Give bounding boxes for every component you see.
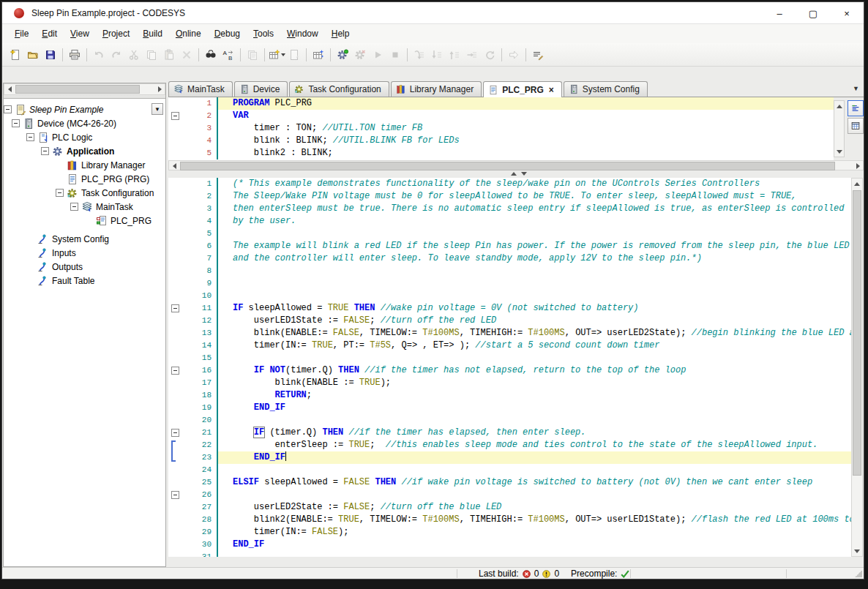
menu-item-help[interactable]: Help <box>325 26 356 42</box>
code-text[interactable]: blink2 : BLINK; <box>218 147 834 160</box>
close-button[interactable]: × <box>830 8 864 19</box>
menu-item-project[interactable]: Project <box>96 26 136 42</box>
code-text[interactable]: IF sleepAllowed = TRUE THEN //wake pin v… <box>218 302 851 315</box>
toolbar-button-stop[interactable] <box>386 46 404 64</box>
tree-item-plc-prg-prg-[interactable]: PLC_PRG (PRG) <box>4 172 165 186</box>
tab-close-icon[interactable]: × <box>549 85 554 95</box>
toolbar-button-set-next-statement[interactable] <box>505 46 523 64</box>
toolbar-button-copy[interactable] <box>143 46 160 64</box>
maximize-button[interactable]: ▢ <box>796 8 830 19</box>
menu-item-online[interactable]: Online <box>169 26 208 42</box>
menu-item-edit[interactable]: Edit <box>35 26 64 42</box>
code-text[interactable]: timer(IN:= TRUE, PT:= T#5S, Q=> , ET=> )… <box>218 339 851 352</box>
toolbar-button-undo[interactable] <box>90 46 108 64</box>
tree-item-device-mc4-26-20-[interactable]: Device (MC4-26-20) <box>4 116 165 130</box>
code-text[interactable]: RETURN; <box>218 389 851 402</box>
code-text[interactable]: enterSleep := TRUE; //this enables sleep… <box>218 439 851 451</box>
code-text[interactable]: END_IF <box>218 539 851 551</box>
toolbar-button-new-file[interactable] <box>7 46 24 64</box>
collapse-marker-icon[interactable] <box>171 429 179 437</box>
code-text[interactable]: timer(IN:= FALSE); <box>218 526 851 539</box>
code-text[interactable] <box>218 464 851 476</box>
tree-item-inputs[interactable]: Inputs <box>4 246 165 260</box>
toolbar-button-start[interactable] <box>369 46 386 64</box>
menu-item-window[interactable]: Window <box>280 26 325 42</box>
toolbar-button-cut[interactable] <box>125 46 143 64</box>
declaration-editor[interactable]: 1PROGRAM PLC_PRG2VAR3 timer : TON; //UTI… <box>168 97 834 160</box>
code-text[interactable]: then enterSleep must be true. There is n… <box>218 203 851 215</box>
scroll-down-icon[interactable] <box>834 146 845 157</box>
collapse-marker-icon[interactable] <box>171 491 179 499</box>
scroll-down-icon[interactable] <box>852 546 862 556</box>
tabular-view-button[interactable] <box>848 118 864 134</box>
tree-expander-icon[interactable] <box>12 119 20 127</box>
tab-library-manager[interactable]: Library Manager <box>391 81 482 97</box>
tree-item-system-config[interactable]: System Config <box>4 232 165 246</box>
scrollbar-thumb[interactable] <box>15 85 140 94</box>
tab-maintask[interactable]: MainTask <box>168 81 233 97</box>
code-text[interactable]: ELSIF sleepAllowed = FALSE THEN //if wak… <box>218 476 851 489</box>
editor-splitter[interactable] <box>168 170 864 178</box>
code-text[interactable]: blink : BLINK; //UTIL.BLINK FB for LEDs <box>218 135 834 147</box>
code-text[interactable] <box>218 277 851 290</box>
tree-expander-icon[interactable] <box>41 147 49 155</box>
toolbar-button-reset[interactable] <box>481 46 498 64</box>
code-text[interactable] <box>218 228 851 240</box>
toolbar-button-export-page[interactable] <box>285 46 303 64</box>
tree-item-plc-logic[interactable]: PLC Logic <box>4 130 165 144</box>
device-combo-button[interactable]: ▼ <box>151 103 163 115</box>
tree-expander-icon[interactable] <box>70 203 78 211</box>
toolbar-button-run-to-cursor[interactable] <box>463 46 481 64</box>
toolbar-button-paste-special[interactable] <box>244 46 261 64</box>
menu-item-file[interactable]: File <box>8 26 35 42</box>
toolbar-button-redo[interactable] <box>108 46 125 64</box>
scroll-right-icon[interactable] <box>853 161 863 171</box>
code-text[interactable]: The example will blink a red LED if the … <box>218 240 851 252</box>
dropdown-arrow-icon[interactable] <box>281 53 285 56</box>
tree-item-sleep-pin-example[interactable]: Sleep Pin Example▼ <box>4 102 165 116</box>
toolbar-button-step-into[interactable] <box>428 46 446 64</box>
tab-task-configuration[interactable]: Task Configuration <box>289 81 389 97</box>
scrollbar-thumb[interactable] <box>180 162 835 170</box>
scrollbar-thumb[interactable] <box>853 190 861 476</box>
tab-system-config[interactable]: System Config <box>564 81 648 97</box>
tree-item-outputs[interactable]: Outputs <box>4 260 165 274</box>
tree-item-plc-prg[interactable]: PLC_PRG <box>4 214 165 228</box>
code-text[interactable]: userLED1State := FALSE; //turn off the r… <box>218 315 851 327</box>
code-text[interactable]: VAR <box>218 110 834 122</box>
code-text[interactable] <box>218 290 851 302</box>
toolbar-button-open-project[interactable] <box>24 46 42 64</box>
toolbar-button-step-out[interactable] <box>446 46 463 64</box>
tree-item-fault-table[interactable]: Fault Table <box>4 274 165 288</box>
code-text[interactable] <box>218 414 851 427</box>
collapse-marker-icon[interactable] <box>171 367 179 375</box>
collapse-marker-icon[interactable] <box>171 304 179 312</box>
menu-item-view[interactable]: View <box>64 26 96 42</box>
devices-hscrollbar[interactable] <box>4 83 165 95</box>
code-text[interactable]: END_IF <box>218 451 851 464</box>
code-text[interactable]: (* This example demonstrates functionali… <box>218 178 851 190</box>
toolbar-button-step-over[interactable] <box>411 46 428 64</box>
code-text[interactable]: blink(ENABLE:= FALSE, TIMELOW:= T#100MS,… <box>218 327 851 339</box>
toolbar-button-build[interactable] <box>310 46 327 64</box>
collapse-marker-icon[interactable] <box>171 112 179 120</box>
resize-grip[interactable] <box>855 570 862 577</box>
code-text[interactable] <box>218 489 851 501</box>
minimize-button[interactable]: – <box>763 8 796 19</box>
toolbar-button-new-pou[interactable] <box>268 46 285 64</box>
menu-item-build[interactable]: Build <box>136 26 169 42</box>
code-text[interactable]: timer : TON; //UTIL.TON timer FB <box>218 122 834 135</box>
menu-item-tools[interactable]: Tools <box>247 26 280 42</box>
menu-item-debug[interactable]: Debug <box>208 26 247 42</box>
toolbar-button-watch-list[interactable] <box>529 46 547 64</box>
code-text[interactable] <box>218 352 851 364</box>
tree-item-task-configuration[interactable]: Task Configuration <box>4 186 165 200</box>
code-text[interactable]: IF (timer.Q) THEN //if the timer has ela… <box>218 427 851 439</box>
scroll-left-icon[interactable] <box>169 161 179 171</box>
code-text[interactable] <box>218 551 851 557</box>
declaration-hscrollbar[interactable] <box>168 160 864 170</box>
declaration-vscrollbar[interactable] <box>834 100 845 157</box>
toolbar-button-save-project[interactable] <box>42 46 59 64</box>
code-vscrollbar[interactable] <box>851 178 863 557</box>
code-text[interactable]: END_IF <box>218 402 851 414</box>
